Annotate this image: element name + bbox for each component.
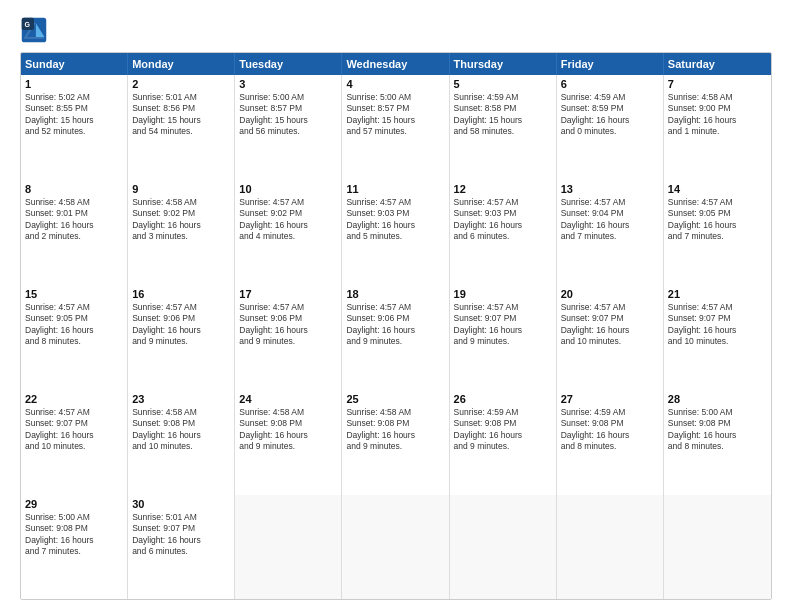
- day-number: 10: [239, 183, 337, 195]
- logo-icon: G: [20, 16, 48, 44]
- day-info: Sunrise: 4:58 AM Sunset: 9:00 PM Dayligh…: [668, 92, 767, 138]
- day-info: Sunrise: 4:57 AM Sunset: 9:07 PM Dayligh…: [454, 302, 552, 348]
- day-cell-22: 22Sunrise: 4:57 AM Sunset: 9:07 PM Dayli…: [21, 390, 128, 495]
- day-cell-3: 3Sunrise: 5:00 AM Sunset: 8:57 PM Daylig…: [235, 75, 342, 180]
- day-cell-10: 10Sunrise: 4:57 AM Sunset: 9:02 PM Dayli…: [235, 180, 342, 285]
- day-cell-2: 2Sunrise: 5:01 AM Sunset: 8:56 PM Daylig…: [128, 75, 235, 180]
- empty-cell: [342, 495, 449, 600]
- calendar-row-1: 8Sunrise: 4:58 AM Sunset: 9:01 PM Daylig…: [21, 180, 771, 285]
- empty-cell: [450, 495, 557, 600]
- day-number: 28: [668, 393, 767, 405]
- day-cell-21: 21Sunrise: 4:57 AM Sunset: 9:07 PM Dayli…: [664, 285, 771, 390]
- day-number: 4: [346, 78, 444, 90]
- day-cell-15: 15Sunrise: 4:57 AM Sunset: 9:05 PM Dayli…: [21, 285, 128, 390]
- day-cell-13: 13Sunrise: 4:57 AM Sunset: 9:04 PM Dayli…: [557, 180, 664, 285]
- day-cell-7: 7Sunrise: 4:58 AM Sunset: 9:00 PM Daylig…: [664, 75, 771, 180]
- day-number: 16: [132, 288, 230, 300]
- day-cell-24: 24Sunrise: 4:58 AM Sunset: 9:08 PM Dayli…: [235, 390, 342, 495]
- day-cell-8: 8Sunrise: 4:58 AM Sunset: 9:01 PM Daylig…: [21, 180, 128, 285]
- calendar-row-3: 22Sunrise: 4:57 AM Sunset: 9:07 PM Dayli…: [21, 390, 771, 495]
- day-cell-27: 27Sunrise: 4:59 AM Sunset: 9:08 PM Dayli…: [557, 390, 664, 495]
- day-info: Sunrise: 4:58 AM Sunset: 9:08 PM Dayligh…: [346, 407, 444, 453]
- calendar-row-0: 1Sunrise: 5:02 AM Sunset: 8:55 PM Daylig…: [21, 75, 771, 180]
- day-info: Sunrise: 4:57 AM Sunset: 9:03 PM Dayligh…: [454, 197, 552, 243]
- day-cell-23: 23Sunrise: 4:58 AM Sunset: 9:08 PM Dayli…: [128, 390, 235, 495]
- day-info: Sunrise: 4:57 AM Sunset: 9:07 PM Dayligh…: [668, 302, 767, 348]
- day-info: Sunrise: 4:57 AM Sunset: 9:03 PM Dayligh…: [346, 197, 444, 243]
- day-number: 13: [561, 183, 659, 195]
- day-cell-14: 14Sunrise: 4:57 AM Sunset: 9:05 PM Dayli…: [664, 180, 771, 285]
- day-info: Sunrise: 4:57 AM Sunset: 9:06 PM Dayligh…: [239, 302, 337, 348]
- day-cell-12: 12Sunrise: 4:57 AM Sunset: 9:03 PM Dayli…: [450, 180, 557, 285]
- day-number: 19: [454, 288, 552, 300]
- day-info: Sunrise: 5:00 AM Sunset: 9:08 PM Dayligh…: [668, 407, 767, 453]
- day-cell-9: 9Sunrise: 4:58 AM Sunset: 9:02 PM Daylig…: [128, 180, 235, 285]
- day-info: Sunrise: 4:58 AM Sunset: 9:08 PM Dayligh…: [239, 407, 337, 453]
- day-info: Sunrise: 4:58 AM Sunset: 9:02 PM Dayligh…: [132, 197, 230, 243]
- day-number: 27: [561, 393, 659, 405]
- day-info: Sunrise: 5:00 AM Sunset: 9:08 PM Dayligh…: [25, 512, 123, 558]
- day-header-thursday: Thursday: [450, 53, 557, 75]
- day-info: Sunrise: 4:57 AM Sunset: 9:05 PM Dayligh…: [668, 197, 767, 243]
- day-cell-1: 1Sunrise: 5:02 AM Sunset: 8:55 PM Daylig…: [21, 75, 128, 180]
- day-info: Sunrise: 4:57 AM Sunset: 9:06 PM Dayligh…: [346, 302, 444, 348]
- day-info: Sunrise: 5:01 AM Sunset: 8:56 PM Dayligh…: [132, 92, 230, 138]
- day-number: 7: [668, 78, 767, 90]
- day-info: Sunrise: 5:00 AM Sunset: 8:57 PM Dayligh…: [346, 92, 444, 138]
- day-cell-5: 5Sunrise: 4:59 AM Sunset: 8:58 PM Daylig…: [450, 75, 557, 180]
- day-info: Sunrise: 4:59 AM Sunset: 9:08 PM Dayligh…: [561, 407, 659, 453]
- page: G SundayMondayTuesdayWednesdayThursdayFr…: [0, 0, 792, 612]
- calendar-header: SundayMondayTuesdayWednesdayThursdayFrid…: [21, 53, 771, 75]
- day-info: Sunrise: 4:59 AM Sunset: 8:58 PM Dayligh…: [454, 92, 552, 138]
- day-number: 11: [346, 183, 444, 195]
- svg-text:G: G: [24, 21, 30, 28]
- day-info: Sunrise: 4:57 AM Sunset: 9:02 PM Dayligh…: [239, 197, 337, 243]
- day-number: 15: [25, 288, 123, 300]
- empty-cell: [664, 495, 771, 600]
- day-cell-30: 30Sunrise: 5:01 AM Sunset: 9:07 PM Dayli…: [128, 495, 235, 600]
- day-number: 3: [239, 78, 337, 90]
- day-info: Sunrise: 4:57 AM Sunset: 9:07 PM Dayligh…: [561, 302, 659, 348]
- day-header-saturday: Saturday: [664, 53, 771, 75]
- logo: G: [20, 16, 52, 44]
- calendar-row-2: 15Sunrise: 4:57 AM Sunset: 9:05 PM Dayli…: [21, 285, 771, 390]
- day-number: 24: [239, 393, 337, 405]
- day-info: Sunrise: 5:01 AM Sunset: 9:07 PM Dayligh…: [132, 512, 230, 558]
- day-number: 26: [454, 393, 552, 405]
- day-number: 25: [346, 393, 444, 405]
- day-header-wednesday: Wednesday: [342, 53, 449, 75]
- day-number: 9: [132, 183, 230, 195]
- day-number: 5: [454, 78, 552, 90]
- day-info: Sunrise: 4:57 AM Sunset: 9:05 PM Dayligh…: [25, 302, 123, 348]
- day-cell-6: 6Sunrise: 4:59 AM Sunset: 8:59 PM Daylig…: [557, 75, 664, 180]
- day-header-tuesday: Tuesday: [235, 53, 342, 75]
- day-number: 23: [132, 393, 230, 405]
- day-cell-28: 28Sunrise: 5:00 AM Sunset: 9:08 PM Dayli…: [664, 390, 771, 495]
- day-number: 14: [668, 183, 767, 195]
- day-number: 30: [132, 498, 230, 510]
- day-info: Sunrise: 4:57 AM Sunset: 9:06 PM Dayligh…: [132, 302, 230, 348]
- day-cell-16: 16Sunrise: 4:57 AM Sunset: 9:06 PM Dayli…: [128, 285, 235, 390]
- day-number: 1: [25, 78, 123, 90]
- day-number: 22: [25, 393, 123, 405]
- day-cell-18: 18Sunrise: 4:57 AM Sunset: 9:06 PM Dayli…: [342, 285, 449, 390]
- day-number: 17: [239, 288, 337, 300]
- day-info: Sunrise: 4:58 AM Sunset: 9:01 PM Dayligh…: [25, 197, 123, 243]
- day-number: 18: [346, 288, 444, 300]
- day-number: 21: [668, 288, 767, 300]
- day-cell-19: 19Sunrise: 4:57 AM Sunset: 9:07 PM Dayli…: [450, 285, 557, 390]
- calendar-row-4: 29Sunrise: 5:00 AM Sunset: 9:08 PM Dayli…: [21, 495, 771, 600]
- day-cell-4: 4Sunrise: 5:00 AM Sunset: 8:57 PM Daylig…: [342, 75, 449, 180]
- day-number: 8: [25, 183, 123, 195]
- day-header-sunday: Sunday: [21, 53, 128, 75]
- day-info: Sunrise: 5:00 AM Sunset: 8:57 PM Dayligh…: [239, 92, 337, 138]
- day-cell-11: 11Sunrise: 4:57 AM Sunset: 9:03 PM Dayli…: [342, 180, 449, 285]
- empty-cell: [557, 495, 664, 600]
- day-number: 20: [561, 288, 659, 300]
- day-cell-26: 26Sunrise: 4:59 AM Sunset: 9:08 PM Dayli…: [450, 390, 557, 495]
- day-info: Sunrise: 4:57 AM Sunset: 9:07 PM Dayligh…: [25, 407, 123, 453]
- day-header-friday: Friday: [557, 53, 664, 75]
- day-cell-20: 20Sunrise: 4:57 AM Sunset: 9:07 PM Dayli…: [557, 285, 664, 390]
- day-number: 12: [454, 183, 552, 195]
- day-cell-17: 17Sunrise: 4:57 AM Sunset: 9:06 PM Dayli…: [235, 285, 342, 390]
